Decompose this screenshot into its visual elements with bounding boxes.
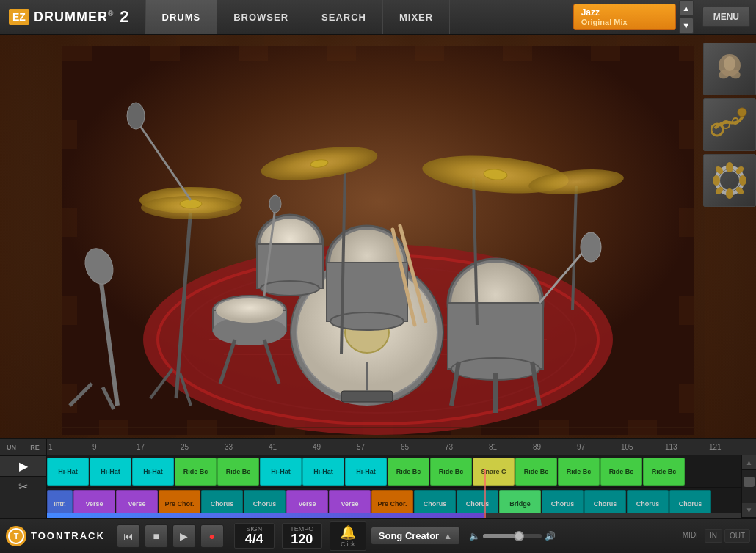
volume-area: 🔈 🔊 bbox=[469, 531, 556, 541]
ruler-mark-81: 81 bbox=[487, 443, 531, 451]
tab-browser[interactable]: BROWSER bbox=[217, 0, 305, 34]
hat-track-blocks: Hi-Hat Hi-Hat Hi-Hat Ride Bc Ride Bc Hi-… bbox=[47, 455, 685, 487]
midi-controls: MIDI IN OUT bbox=[678, 529, 750, 543]
tempo-display: Tempo 120 bbox=[282, 523, 322, 549]
scroll-track[interactable] bbox=[742, 470, 756, 503]
midi-in-button[interactable]: IN bbox=[705, 529, 722, 543]
scroll-down-arrow[interactable]: ▼ bbox=[742, 503, 756, 518]
record-button[interactable]: ● bbox=[200, 524, 224, 548]
scissors-tool-button[interactable]: ✂ bbox=[0, 477, 46, 497]
volume-fill bbox=[483, 534, 515, 538]
svg-point-76 bbox=[726, 188, 733, 199]
preset-selector-area: Jazz Original Mix ▲ ▼ MENU bbox=[573, 0, 756, 34]
block-ride-8[interactable]: Ride Bc bbox=[643, 458, 685, 486]
ruler-mark-65: 65 bbox=[399, 443, 443, 451]
ruler-mark-25: 25 bbox=[179, 443, 223, 451]
side-thumb-tambourine[interactable] bbox=[703, 154, 756, 207]
click-button[interactable]: 🔔 Click bbox=[330, 521, 366, 551]
tab-mixer[interactable]: MIXER bbox=[383, 0, 450, 34]
drum-kit-svg bbox=[62, 46, 694, 435]
sequencer-panel: 1 9 17 25 33 41 49 57 65 73 81 89 97 105… bbox=[0, 438, 756, 553]
playhead-indicator bbox=[484, 469, 486, 518]
block-ride-4[interactable]: Ride Bc bbox=[430, 458, 472, 486]
time-signature-display: Sign 4/4 bbox=[234, 523, 275, 549]
volume-slider[interactable] bbox=[483, 534, 542, 538]
ruler-mark-89: 89 bbox=[531, 443, 575, 451]
left-tool-controls: UN RE ▶ ✂ bbox=[0, 439, 47, 518]
toontrack-logo: T TOONTRACK bbox=[6, 526, 105, 546]
ruler-mark-33: 33 bbox=[223, 443, 267, 451]
block-ride-5[interactable]: Ride Bc bbox=[515, 458, 557, 486]
preset-name: Jazz bbox=[581, 7, 600, 18]
undo-button[interactable]: UN bbox=[0, 439, 23, 455]
volume-thumb[interactable] bbox=[514, 531, 524, 541]
block-hihat-5[interactable]: Hi-Hat bbox=[302, 458, 344, 486]
block-hihat-3[interactable]: Hi-Hat bbox=[132, 458, 174, 486]
volume-down-icon: 🔈 bbox=[469, 531, 480, 541]
svg-point-39 bbox=[180, 199, 202, 208]
svg-point-66 bbox=[724, 56, 735, 71]
song-creator-arrow-icon: ▲ bbox=[443, 531, 452, 541]
svg-point-74 bbox=[739, 175, 746, 186]
play-button[interactable]: ▶ bbox=[172, 524, 196, 548]
svg-point-53 bbox=[127, 103, 145, 129]
tracks-container: Hi-Hat Hi-Hat Hi-Hat Ride Bc Ride Bc Hi-… bbox=[47, 455, 741, 518]
rewind-button[interactable]: ⏮ bbox=[117, 524, 140, 548]
preset-dropdown[interactable]: Jazz Original Mix bbox=[573, 4, 676, 30]
app-name-text: DRUMMER® bbox=[34, 10, 114, 25]
vertical-scrollbar[interactable]: ▲ ▼ bbox=[741, 455, 756, 518]
undo-redo-buttons: UN RE bbox=[0, 439, 46, 456]
block-hihat-6[interactable]: Hi-Hat bbox=[345, 458, 387, 486]
svg-point-51 bbox=[269, 195, 281, 213]
toontrack-circle-icon: T bbox=[6, 526, 26, 546]
preset-mix-name: Original Mix bbox=[581, 18, 628, 26]
drum-kit-area bbox=[0, 35, 756, 446]
block-ride-7[interactable]: Ride Bc bbox=[600, 458, 642, 486]
drum-kit-visual bbox=[0, 35, 756, 446]
block-hihat-4[interactable]: Hi-Hat bbox=[260, 458, 302, 486]
main-nav-tabs: DRUMS BROWSER SEARCH MIXER bbox=[145, 0, 451, 34]
side-thumb-trumpet[interactable] bbox=[703, 98, 756, 151]
block-hihat-2[interactable]: Hi-Hat bbox=[90, 458, 131, 486]
sign-tempo-area: Sign 4/4 Tempo 120 bbox=[234, 523, 322, 549]
click-metronome-icon: 🔔 bbox=[340, 524, 356, 541]
svg-point-55 bbox=[581, 232, 601, 262]
svg-text:T: T bbox=[14, 532, 19, 541]
menu-button[interactable]: MENU bbox=[702, 7, 750, 27]
redo-button[interactable]: RE bbox=[23, 439, 46, 455]
midi-label: MIDI bbox=[678, 529, 702, 543]
block-ride-6[interactable]: Ride Bc bbox=[558, 458, 600, 486]
svg-point-73 bbox=[713, 175, 720, 186]
app-logo: EZ DRUMMER® 2 bbox=[0, 7, 138, 26]
side-instrument-thumbnails bbox=[703, 43, 756, 207]
timeline-ruler: 1 9 17 25 33 41 49 57 65 73 81 89 97 105… bbox=[0, 439, 756, 455]
preset-down-arrow[interactable]: ▼ bbox=[679, 18, 694, 34]
ruler-mark-73: 73 bbox=[443, 443, 487, 451]
block-ride-3[interactable]: Ride Bc bbox=[388, 458, 429, 486]
click-song-area: 🔔 Click bbox=[330, 521, 366, 551]
block-snare-1[interactable]: Snare C bbox=[473, 458, 515, 486]
volume-up-icon: 🔊 bbox=[545, 531, 556, 541]
block-hihat-1[interactable]: Hi-Hat bbox=[47, 458, 89, 486]
ruler-mark-17: 17 bbox=[135, 443, 179, 451]
svg-rect-56 bbox=[341, 391, 393, 402]
preset-up-arrow[interactable]: ▲ bbox=[679, 0, 694, 16]
toontrack-brand-name: TOONTRACK bbox=[31, 530, 105, 541]
block-ride-2[interactable]: Ride Bc bbox=[217, 458, 259, 486]
scroll-up-arrow[interactable]: ▲ bbox=[742, 455, 756, 470]
ruler-mark-41: 41 bbox=[267, 443, 311, 451]
stop-button[interactable]: ■ bbox=[145, 524, 168, 548]
tab-drums[interactable]: DRUMS bbox=[145, 0, 218, 34]
svg-point-67 bbox=[738, 108, 746, 117]
block-ride-1[interactable]: Ride Bc bbox=[175, 458, 217, 486]
side-thumb-hands[interactable] bbox=[703, 43, 756, 95]
ruler-mark-121: 121 bbox=[708, 443, 752, 451]
select-tool-button[interactable]: ▶ bbox=[0, 456, 46, 477]
scroll-thumb[interactable] bbox=[744, 477, 755, 487]
tab-search[interactable]: SEARCH bbox=[305, 0, 383, 34]
ruler-mark-105: 105 bbox=[619, 443, 664, 451]
midi-out-button[interactable]: OUT bbox=[724, 529, 750, 543]
app-version: 2 bbox=[120, 7, 128, 26]
ruler-mark-9: 9 bbox=[91, 443, 135, 451]
song-creator-button[interactable]: Song Creator ▲ bbox=[371, 527, 460, 545]
